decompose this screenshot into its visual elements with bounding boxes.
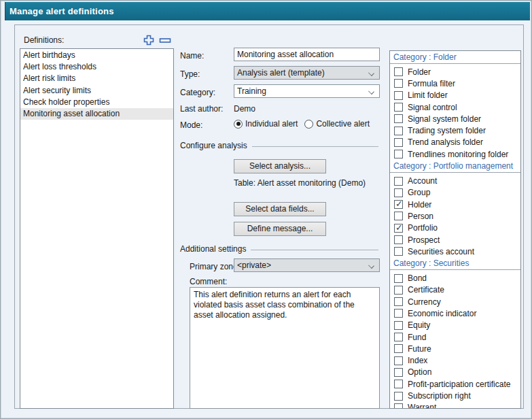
category-checkbox-row[interactable]: Future bbox=[390, 343, 520, 354]
definition-list-item[interactable]: Alert birthdays bbox=[20, 50, 173, 61]
category-checkbox-row[interactable]: Fund bbox=[390, 331, 520, 343]
category-checkbox-row[interactable]: Formula filter bbox=[390, 78, 520, 89]
category-checkbox-label: Formula filter bbox=[408, 79, 455, 88]
checkbox-unchecked-icon[interactable] bbox=[394, 286, 403, 295]
mode-radio-option[interactable]: Individual alert bbox=[234, 119, 298, 129]
checkbox-checked-icon[interactable] bbox=[394, 224, 403, 233]
category-checkbox-row[interactable]: Signal control bbox=[390, 101, 520, 113]
category-checkbox-row[interactable]: Equity bbox=[390, 320, 520, 331]
checkbox-unchecked-icon[interactable] bbox=[394, 150, 403, 158]
category-checkbox-label: Signal system folder bbox=[408, 114, 481, 124]
category-checkbox-row[interactable]: Group bbox=[390, 187, 520, 199]
checkbox-unchecked-icon[interactable] bbox=[394, 114, 403, 123]
section-divider bbox=[252, 146, 378, 147]
category-checkbox-label: Option bbox=[408, 367, 431, 377]
mode-label: Mode: bbox=[180, 120, 202, 130]
checkbox-unchecked-icon[interactable] bbox=[394, 177, 403, 186]
category-checkbox-row[interactable]: Index bbox=[390, 355, 520, 367]
remove-definition-button[interactable] bbox=[159, 34, 171, 46]
checkbox-unchecked-icon[interactable] bbox=[394, 247, 403, 256]
category-section-header: Category : Folder bbox=[390, 51, 520, 64]
checkbox-unchecked-icon[interactable] bbox=[394, 380, 403, 388]
category-checkbox-label: Fund bbox=[408, 333, 426, 342]
checkbox-unchecked-icon[interactable] bbox=[394, 67, 403, 76]
configure-analysis-section-header: Configure analysis bbox=[180, 141, 378, 150]
checkbox-unchecked-icon[interactable] bbox=[394, 344, 403, 353]
category-checkbox-row[interactable]: Profit-participation certificate bbox=[390, 378, 520, 390]
definition-list-item[interactable]: Monitoring asset allocation bbox=[20, 108, 173, 120]
checkbox-unchecked-icon[interactable] bbox=[394, 91, 403, 100]
definition-list-item[interactable]: Check holder properties bbox=[20, 97, 173, 108]
category-dropdown[interactable]: Training bbox=[234, 84, 380, 98]
name-input[interactable] bbox=[234, 48, 380, 61]
category-checkbox-row[interactable]: Person bbox=[390, 210, 520, 222]
category-checkbox-row[interactable]: Currency bbox=[390, 296, 520, 307]
checkbox-unchecked-icon[interactable] bbox=[394, 79, 403, 88]
definition-list-item[interactable]: Alert loss thresholds bbox=[20, 61, 173, 73]
define-message-button[interactable]: Define message... bbox=[234, 222, 326, 236]
checkbox-unchecked-icon[interactable] bbox=[394, 188, 403, 197]
category-checkbox-row[interactable]: Option bbox=[390, 367, 520, 378]
category-checkbox-row[interactable]: Folder bbox=[390, 66, 520, 78]
category-checkbox-row[interactable]: Portfolio bbox=[390, 222, 520, 234]
category-checkbox-label: Future bbox=[408, 344, 431, 354]
checkbox-unchecked-icon[interactable] bbox=[394, 274, 403, 283]
category-checkbox-row[interactable]: Prospect bbox=[390, 234, 520, 246]
checkbox-unchecked-icon[interactable] bbox=[394, 321, 403, 330]
category-checkbox-label: Account bbox=[408, 176, 437, 186]
checkbox-unchecked-icon[interactable] bbox=[394, 138, 403, 147]
checkbox-unchecked-icon[interactable] bbox=[394, 356, 403, 365]
type-dropdown[interactable]: Analysis alert (template) bbox=[234, 66, 380, 80]
checkbox-unchecked-icon[interactable] bbox=[394, 297, 403, 306]
category-checkbox-label: Holder bbox=[408, 200, 431, 210]
category-checkbox-row[interactable]: Economic indicator bbox=[390, 307, 520, 319]
primary-zone-dropdown[interactable]: <private> bbox=[234, 258, 380, 272]
radio-button-icon bbox=[304, 120, 313, 129]
checkbox-unchecked-icon[interactable] bbox=[394, 127, 403, 135]
category-checkbox-label: Folder bbox=[408, 67, 431, 77]
checkbox-unchecked-icon[interactable] bbox=[394, 392, 403, 401]
category-checkbox-row[interactable]: Warrant bbox=[390, 402, 520, 409]
category-checkbox-row[interactable]: Holder bbox=[390, 199, 520, 210]
checkbox-checked-icon[interactable] bbox=[394, 200, 403, 209]
category-checkbox-row[interactable]: Limit folder bbox=[390, 90, 520, 101]
checkbox-unchecked-icon[interactable] bbox=[394, 212, 403, 220]
category-checkbox-label: Person bbox=[408, 212, 433, 221]
select-data-fields-button[interactable]: Select data fields... bbox=[234, 202, 326, 216]
chevron-down-icon bbox=[368, 263, 374, 269]
checkbox-unchecked-icon[interactable] bbox=[394, 309, 403, 318]
last-author-label: Last author: bbox=[180, 104, 223, 114]
category-checkbox-label: Bond bbox=[408, 273, 427, 283]
checkbox-unchecked-icon[interactable] bbox=[394, 103, 403, 112]
category-checkbox-row[interactable]: Certificate bbox=[390, 284, 520, 296]
category-checkbox-label: Trend analysis folder bbox=[408, 137, 483, 147]
category-checkbox-label: Trading system folder bbox=[408, 126, 486, 135]
category-checkbox-row[interactable]: Signal system folder bbox=[390, 113, 520, 124]
category-checkbox-row[interactable]: Subscription right bbox=[390, 390, 520, 401]
definitions-label: Definitions: bbox=[24, 35, 64, 45]
checkbox-unchecked-icon[interactable] bbox=[394, 403, 403, 409]
category-checkbox-row[interactable]: Trading system folder bbox=[390, 124, 520, 136]
additional-settings-section-header: Additional settings bbox=[180, 244, 378, 254]
checkbox-unchecked-icon[interactable] bbox=[394, 333, 403, 341]
category-checkbox-label: Certificate bbox=[408, 285, 444, 295]
checkbox-unchecked-icon[interactable] bbox=[394, 235, 403, 244]
category-checkbox-label: Equity bbox=[408, 320, 430, 330]
additional-settings-heading: Additional settings bbox=[180, 244, 246, 254]
comment-textarea[interactable]: This alert definition returns an alert f… bbox=[190, 287, 380, 409]
select-analysis-button[interactable]: Select analysis... bbox=[234, 159, 326, 173]
category-checkbox-row[interactable]: Trend analysis folder bbox=[390, 137, 520, 148]
comment-label: Comment: bbox=[190, 277, 227, 286]
add-definition-button[interactable] bbox=[143, 34, 155, 46]
category-checkbox-row[interactable]: Securities account bbox=[390, 246, 520, 257]
category-checkbox-label: Group bbox=[408, 188, 430, 197]
mode-radio-option[interactable]: Collective alert bbox=[304, 119, 370, 129]
definition-list-item[interactable]: Alert risk limits bbox=[20, 73, 173, 84]
checkbox-unchecked-icon[interactable] bbox=[394, 368, 403, 377]
definitions-listbox[interactable]: Alert birthdaysAlert loss thresholdsAler… bbox=[20, 48, 174, 409]
category-checkbox-row[interactable]: Bond bbox=[390, 272, 520, 284]
type-label: Type: bbox=[180, 69, 200, 79]
category-checkbox-row[interactable]: Trendlines monitoring folder bbox=[390, 148, 520, 160]
category-checkbox-row[interactable]: Account bbox=[390, 175, 520, 186]
definition-list-item[interactable]: Alert security limits bbox=[20, 85, 173, 97]
